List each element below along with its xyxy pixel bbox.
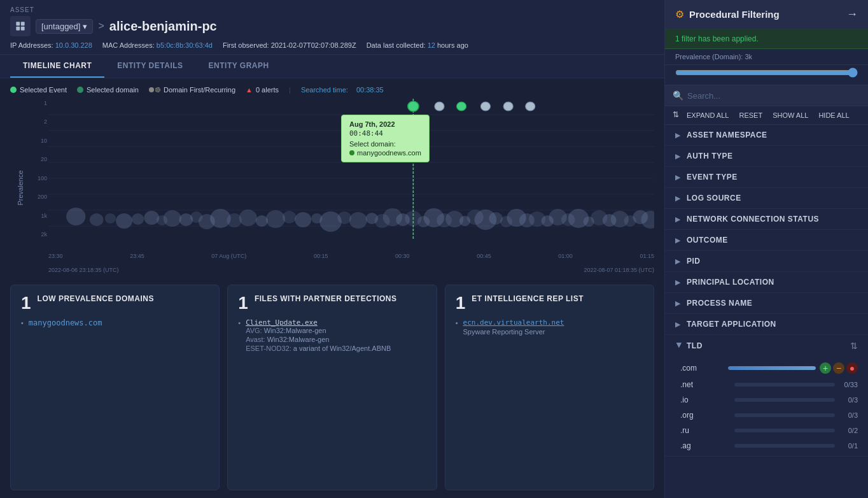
page-header: ASSET [untagged] ▾ > alice-benjamin-pc I… [0, 0, 664, 55]
tld-row-com[interactable]: .com + − ● [665, 359, 868, 377]
ip-address[interactable]: 10.0.30.228 [55, 41, 92, 49]
filter-subtitle: Prevalence (Domain): 3k [665, 49, 868, 65]
svg-point-17 [144, 211, 159, 225]
reset-button[interactable]: RESET [736, 110, 765, 120]
filter-applied-notice: 1 filter has been applied. [665, 29, 868, 49]
tab-entity-graph[interactable]: ENTITY GRAPH [196, 55, 282, 78]
tld-exclude-button-com[interactable]: ● [846, 362, 858, 374]
filter-header-outcome[interactable]: ▶ OUTCOME [665, 230, 868, 250]
tld-count-net: 0/33 [839, 381, 858, 388]
search-input[interactable] [687, 91, 860, 101]
x-axis: 23:30 23:45 07 Aug (UTC) 00:15 00:30 00:… [48, 253, 654, 259]
chart-legend: Selected Event Selected domain Domain Fi… [10, 86, 654, 94]
filter-header-tld[interactable]: ▶ TLD ⇅ [665, 335, 868, 357]
tld-value-ag: .ag [680, 441, 731, 450]
tab-timeline[interactable]: TIMELINE CHART [10, 55, 104, 78]
filter-header-auth-type[interactable]: ▶ AUTH TYPE [665, 146, 868, 166]
svg-point-67 [503, 102, 513, 111]
breadcrumb: [untagged] ▾ > alice-benjamin-pc [10, 16, 654, 36]
tld-row-ru[interactable]: .ru 0/2 [665, 423, 868, 438]
svg-rect-1 [21, 22, 25, 25]
svg-rect-0 [16, 22, 20, 25]
tld-value-com: .com [680, 364, 724, 373]
chevron-right-icon-8: ▶ [675, 278, 683, 287]
chevron-right-icon-9: ▶ [675, 299, 683, 308]
prevalence-slider[interactable] [675, 68, 858, 78]
tld-count-ru: 0/2 [839, 427, 858, 434]
filter-outcome: ▶ OUTCOME [665, 230, 868, 251]
svg-rect-2 [16, 27, 20, 31]
chevron-down-icon: ▾ [83, 22, 87, 31]
filter-header-process-name[interactable]: ▶ PROCESS NAME [665, 293, 868, 313]
tld-count-org: 0/3 [839, 411, 858, 419]
card-header-3: 1 ET INTELLIGENCE REP LIST [456, 294, 643, 312]
tld-subtract-button-com[interactable]: − [833, 362, 844, 374]
show-all-button[interactable]: SHOW ALL [770, 110, 811, 120]
filter-header-event-type[interactable]: ▶ EVENT TYPE [665, 167, 868, 187]
low-prevalence-domain[interactable]: manygoodnews.com [29, 318, 102, 327]
filter-label-pid: PID [687, 257, 858, 266]
hide-all-button[interactable]: HIDE ALL [816, 110, 851, 120]
tld-count-ag: 0/1 [839, 442, 858, 450]
filter-header-pid[interactable]: ▶ PID [665, 251, 868, 271]
right-panel: ⚙ Procedural Filtering → 1 filter has be… [664, 0, 868, 498]
filter-label-principal-location: PRINCIPAL LOCATION [687, 278, 858, 287]
filter-header-network[interactable]: ▶ NETWORK CONNECTION STATUS [665, 209, 868, 229]
svg-point-32 [337, 211, 351, 224]
tab-entity-details[interactable]: ENTITY DETAILS [104, 55, 195, 78]
svg-point-15 [116, 213, 132, 229]
bullet-icon-3: • [456, 319, 458, 327]
tld-controls-com: + − ● [820, 362, 858, 374]
filter-list: ▶ ASSET NAMESPACE ▶ AUTH TYPE ▶ EVENT TY… [665, 125, 868, 498]
filter-header-target-application[interactable]: ▶ TARGET APPLICATION [665, 314, 868, 334]
file-name[interactable]: Client_Update.exe [246, 318, 391, 327]
chart-svg [48, 99, 654, 239]
sort-icon[interactable]: ⇅ [850, 341, 858, 351]
svg-point-63 [408, 101, 419, 111]
legend-selected-domain: Selected domain [77, 86, 139, 94]
card-partner-detections: 1 FILES WITH PARTNER DETECTIONS • Client… [227, 285, 437, 490]
tld-bar-container-com [728, 366, 816, 370]
chart-svg-container[interactable]: Aug 7th, 2022 00:48:44 Select domain: ma… [48, 99, 654, 239]
chevron-right-icon-10: ▶ [675, 320, 683, 329]
card-item-file: • Client_Update.exe AVG: Win32:Malware-g… [238, 318, 426, 353]
tld-add-button-com[interactable]: + [820, 362, 831, 374]
card-header-1: 1 LOW PREVALENCE DOMAINS [21, 294, 209, 312]
tld-value-ru: .ru [680, 426, 731, 435]
prevalence-slider-container[interactable] [665, 65, 868, 85]
tld-bar-com [728, 366, 816, 370]
legend-divider: | [289, 86, 291, 94]
right-panel-header: ⚙ Procedural Filtering → [665, 0, 868, 29]
expand-all-button[interactable]: EXPAND ALL [684, 110, 731, 120]
tld-row-net[interactable]: .net 0/33 Exclude Others [665, 377, 868, 392]
tld-row-org[interactable]: .org 0/3 [665, 408, 868, 423]
search-icon: 🔍 [673, 90, 683, 101]
untagged-badge[interactable]: [untagged] ▾ [36, 19, 93, 34]
filter-label-event-type: EVENT TYPE [687, 173, 858, 181]
filter-header-principal-location[interactable]: ▶ PRINCIPAL LOCATION [665, 272, 868, 292]
filter-header-log-source[interactable]: ▶ LOG SOURCE [665, 188, 868, 208]
meta-row: IP Addresses: 10.0.30.228 MAC Addresses:… [10, 41, 654, 49]
svg-point-27 [266, 210, 285, 228]
chevron-down-icon-tld: ▶ [675, 342, 683, 350]
data-last-link[interactable]: 12 [428, 41, 435, 49]
intel-domain[interactable]: ecn.dev.virtualearth.net [463, 318, 564, 327]
av-avg: AVG: Win32:Malware-gen [246, 327, 391, 334]
filter-principal-location: ▶ PRINCIPAL LOCATION [665, 272, 868, 293]
tld-row-ag[interactable]: .ag 0/1 [665, 438, 868, 453]
y-axis-label: Prevalence [17, 170, 24, 205]
tld-row-io[interactable]: .io 0/3 [665, 392, 868, 408]
filter-label-network: NETWORK CONNECTION STATUS [687, 215, 858, 224]
chevron-right-icon-2: ▶ [675, 152, 683, 160]
timeline-chart[interactable]: Prevalence 1 2 10 20 100 200 1k 2k [10, 99, 654, 277]
card-et-intel: 1 ET INTELLIGENCE REP LIST • ecn.dev.vir… [445, 285, 654, 490]
filter-tld: ▶ TLD ⇅ .com + − ● [665, 335, 868, 457]
mac-address[interactable]: b5:0c:8b:30:63:4d [157, 41, 213, 49]
svg-point-64 [435, 102, 444, 111]
tld-bar-container-net [734, 383, 835, 387]
tld-value-org: .org [680, 411, 731, 420]
card-content-1: • manygoodnews.com [21, 318, 209, 327]
filter-header-asset-namespace[interactable]: ▶ ASSET NAMESPACE [665, 125, 868, 145]
right-panel-arrow[interactable]: → [846, 8, 858, 21]
data-last-label: Data last collected: [367, 41, 426, 49]
